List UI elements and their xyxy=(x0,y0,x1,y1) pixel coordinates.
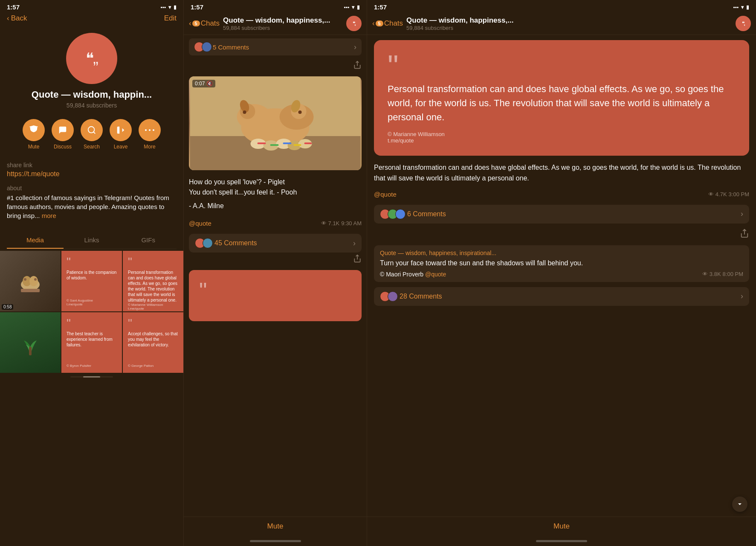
forward-channel-name[interactable]: Quote — wisdom, happiness, inspirational… xyxy=(380,250,743,256)
unread-badge: 5 xyxy=(192,20,200,26)
channel-avatar: ❝,, xyxy=(66,33,117,84)
chats-back-button[interactable]: ‹ 5 Chats xyxy=(189,19,220,28)
media-item[interactable]: 0:58 xyxy=(0,251,61,311)
chat-header-info-3: Quote — wisdom, happiness,... 59,884 sub… xyxy=(406,16,732,31)
quote-mark-icon: " xyxy=(128,317,178,329)
time-display: 1:57 xyxy=(7,3,20,11)
channel-tag[interactable]: @quote xyxy=(189,220,211,227)
forward-channel-tag[interactable]: @quote xyxy=(425,271,446,278)
video-timer: 0:07 🔇 xyxy=(192,80,215,87)
quote-text: The best teacher is experience learned f… xyxy=(67,331,117,348)
home-bar xyxy=(250,540,301,542)
scroll-down-button[interactable] xyxy=(732,497,747,512)
share-link-label: share link xyxy=(7,162,177,168)
share-button[interactable] xyxy=(353,61,362,71)
commenter-avatar xyxy=(202,42,212,52)
quote-author: © Marianne Williamsont.me/quote xyxy=(128,303,178,311)
share-link-section: share link https://t.me/quote xyxy=(7,162,177,178)
chat-header-3: ‹ 5 Chats Quote — wisdom, happiness,... … xyxy=(367,12,756,35)
media-item[interactable]: " Patience is the companion of wisdom. ©… xyxy=(61,251,122,311)
chat-header: ‹ 5 Chats Quote — wisdom, happiness,... … xyxy=(184,12,367,35)
media-tabs: Media Links GIFs xyxy=(7,232,177,249)
media-item[interactable]: " Personal transformation can and does h… xyxy=(123,251,183,311)
signal-icon-2: ▪▪▪ xyxy=(344,4,349,10)
tab-gifs[interactable]: GIFs xyxy=(120,232,177,249)
tab-links[interactable]: Links xyxy=(64,232,120,249)
about-section: about #1 collection of famous sayings in… xyxy=(7,185,177,220)
comments-row-detail[interactable]: 6 Comments › xyxy=(374,205,749,224)
media-item[interactable]: " The best teacher is experience learned… xyxy=(61,312,122,373)
svg-point-0 xyxy=(88,127,95,133)
status-icons-3: ▪▪▪ ▾ ▮ xyxy=(733,4,749,10)
discuss-button[interactable]: Discuss xyxy=(52,119,74,150)
more-button[interactable]: More xyxy=(139,119,161,150)
battery-icon-2: ▮ xyxy=(357,4,360,10)
unread-badge-3: 5 xyxy=(376,20,383,26)
quote-text: Personal transformation can and does hav… xyxy=(128,270,178,303)
comments-row[interactable]: 45 Comments › xyxy=(189,234,362,253)
forward-attribution: © Maori Proverb @quote xyxy=(380,271,446,278)
chats-back-button-3[interactable]: ‹ 5 Chats xyxy=(372,19,403,28)
forward-views: 👁 3.8K 8:00 PM xyxy=(702,271,743,277)
media-grid: 0:58 " Patience is the companion of wisd… xyxy=(0,251,183,373)
forward-comments-row[interactable]: 28 Comments › xyxy=(374,287,749,306)
quote-author: © Byron Pulsifer xyxy=(67,364,117,368)
leave-label: Leave xyxy=(114,144,128,150)
quote-attribution: © Marianne Williamson t.me/quote xyxy=(388,131,736,144)
mute-button-detail[interactable]: Mute xyxy=(553,522,570,530)
avatar-container: ❝,, xyxy=(0,26,183,89)
comments-left: 45 Comments xyxy=(195,238,257,248)
channel-tag-detail[interactable]: @quote xyxy=(374,191,397,198)
mute-bar: Mute xyxy=(184,517,367,536)
chat-channel-avatar-3: ❝,, xyxy=(736,16,751,31)
chat-subtitle-3: 59,884 subscribers xyxy=(406,25,732,31)
svg-point-21 xyxy=(298,110,302,114)
back-button[interactable]: ‹ Back xyxy=(7,14,27,23)
battery-icon-3: ▮ xyxy=(746,4,749,10)
media-item[interactable]: " Accept challenges, so that you may fee… xyxy=(123,312,183,373)
quote-mark-xl-icon: " xyxy=(388,55,736,77)
svg-rect-28 xyxy=(270,144,279,146)
quote-text-large: Personal transformation can and does hav… xyxy=(388,82,736,124)
wifi-icon: ▾ xyxy=(168,4,171,10)
post-views-detail: 👁 4.7K 3:00 PM xyxy=(708,191,749,197)
post-body-text: Personal transformation can and does hav… xyxy=(374,163,749,184)
signal-icon-3: ▪▪▪ xyxy=(733,4,739,10)
media-item[interactable] xyxy=(0,312,61,373)
post-views: 👁 7.1K 9:30 AM xyxy=(321,220,362,227)
search-button[interactable]: Search xyxy=(81,119,103,150)
chevron-left-icon: ‹ xyxy=(7,14,9,23)
share-button-detail[interactable] xyxy=(740,229,749,240)
tab-media[interactable]: Media xyxy=(7,232,64,249)
chat-detail-panel: 1:57 ▪▪▪ ▾ ▮ ‹ 5 Chats Quote — wisdom, h… xyxy=(367,0,756,546)
share-link-url[interactable]: https://t.me/quote xyxy=(7,170,177,178)
svg-rect-31 xyxy=(304,142,312,144)
mute-button-bottom[interactable]: Mute xyxy=(267,522,284,530)
svg-point-20 xyxy=(243,110,246,114)
more-link[interactable]: more xyxy=(42,212,56,219)
battery-icon: ▮ xyxy=(174,4,177,10)
about-text: #1 collection of famous sayings in Teleg… xyxy=(7,193,177,220)
share-button-2[interactable] xyxy=(353,254,362,265)
quote-card-large: " Personal transformation can and does h… xyxy=(374,40,749,156)
eye-icon-fwd: 👁 xyxy=(702,271,708,277)
chevron-left-icon-2: ‹ xyxy=(189,19,191,28)
chats-label-3: Chats xyxy=(384,19,403,28)
video-thumbnail: 0:07 🔇 xyxy=(189,76,362,170)
chats-label: Chats xyxy=(201,19,220,28)
mute-button[interactable]: Mute xyxy=(23,119,45,150)
status-bar: 1:57 ▪▪▪ ▾ ▮ xyxy=(0,0,183,12)
video-post[interactable]: 0:07 🔇 xyxy=(189,76,362,170)
forward-comments-count: 28 Comments xyxy=(400,293,442,300)
comments-bar[interactable]: 5 Comments › xyxy=(189,38,362,55)
wifi-icon-2: ▾ xyxy=(352,4,354,10)
svg-point-2 xyxy=(149,129,151,131)
chevron-right-icon: › xyxy=(354,43,356,52)
leave-button[interactable]: Leave xyxy=(110,119,132,150)
home-indicator xyxy=(184,536,367,546)
edit-button[interactable]: Edit xyxy=(164,14,177,23)
svg-rect-30 xyxy=(294,144,301,146)
commenter-avatar xyxy=(203,238,213,248)
profile-panel: 1:57 ▪▪▪ ▾ ▮ ‹ Back Edit ❝,, Quote — wis… xyxy=(0,0,183,546)
discuss-icon xyxy=(52,119,74,141)
